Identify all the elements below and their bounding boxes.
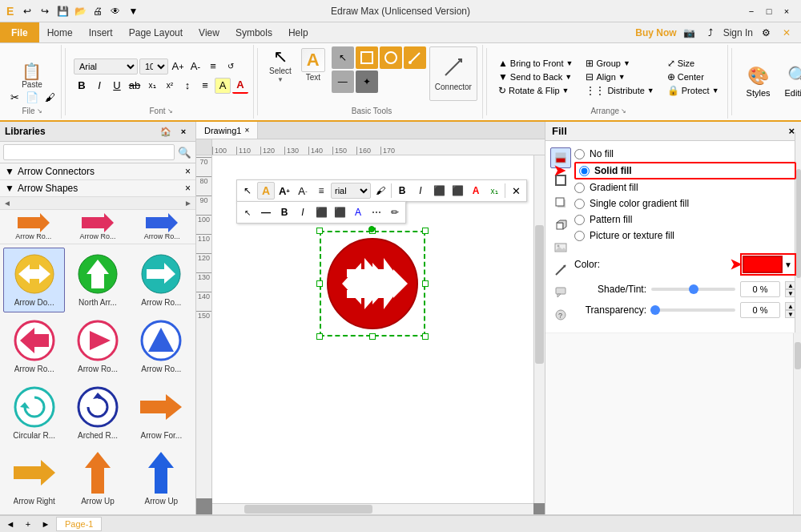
ft-font-select[interactable]: rial [331,183,371,199]
handle-bm[interactable] [369,333,376,340]
handle-tl[interactable] [316,228,323,234]
shape-arrow-play-pink[interactable]: Arrow Ro... [66,314,128,379]
shape-arrow-up-orange[interactable]: Arrow Up [66,446,128,511]
highlight-button[interactable]: A [215,78,231,94]
shape-arched-refresh[interactable]: Arched R... [66,381,128,445]
ft-grow-btn[interactable]: A+ [276,182,293,200]
shape-arrow-up-green[interactable]: North Arr... [66,248,128,312]
align-btn[interactable]: ⊟ Align ▼ [582,71,657,83]
shape-arrow-btn[interactable]: ↖ [332,46,354,69]
distribute-dropdown[interactable]: ▼ [647,87,654,95]
ft2-italic-btn[interactable]: I [294,204,312,221]
handle-br[interactable] [422,333,429,340]
send-to-back-dropdown[interactable]: ▼ [565,73,572,81]
protect-dropdown[interactable]: ▼ [712,87,719,95]
ft2-shape2-btn[interactable]: ⬛ [331,204,348,221]
canvas-tab-close[interactable]: × [244,126,249,135]
ft2-color2-btn[interactable]: A [349,204,367,221]
ft-select-btn[interactable]: ↖ [239,182,256,200]
page-next-btn[interactable]: ► [38,517,53,531]
fill-icon-shadow[interactable] [550,192,571,213]
decrease-font-button[interactable]: A- [187,58,203,75]
settings-icon[interactable]: ⚙ [758,25,774,41]
fill-option-gradient[interactable]: Gradient fill [574,179,796,195]
bold-button[interactable]: B [74,78,90,94]
shade-tint-track[interactable] [651,288,735,291]
cat2-close-icon[interactable]: × [185,183,191,194]
ft-text-btn[interactable]: A [257,182,275,200]
ft-paint-btn[interactable]: 🖌 [372,182,389,200]
shape-circle-btn[interactable] [380,46,402,69]
section-scroll-left[interactable]: ◄ [3,199,11,208]
fill-none-radio[interactable] [574,149,585,159]
rotate-flip-dropdown[interactable]: ▼ [562,87,570,95]
open-button[interactable]: 📂 [73,4,87,18]
ft2-more-btn[interactable]: ⋯ [368,204,385,221]
protect-btn[interactable]: 🔒 Protect ▼ [664,84,723,97]
save-button[interactable]: 💾 [55,4,70,18]
ft2-pencil-btn[interactable]: ✏ [386,204,404,221]
menu-page-layout[interactable]: Page Layout [121,22,191,42]
shape-arrow-forward-orange[interactable]: Arrow For... [131,381,192,445]
menu-help[interactable]: Help [280,22,316,42]
category-arrow-connectors[interactable]: ▼ Arrow Connectors × [0,163,195,180]
page-tab-1[interactable]: Page-1 [56,517,102,531]
ft-bold-btn[interactable]: B [393,182,411,200]
handle-tr[interactable] [422,228,429,234]
arrange-expand[interactable]: ↘ [621,107,626,115]
format-painter-button[interactable]: 🖌 [42,91,58,103]
shape-arrow-left-teal[interactable]: Arrow Ro... [131,248,192,312]
ft-align-btn[interactable]: ≡ [312,182,330,200]
line-spacing-button[interactable]: ↕ [179,78,195,94]
libraries-close-btn[interactable]: × [176,124,191,139]
ft-color-btn[interactable]: A [467,182,485,200]
color-preview-container[interactable]: ▼ [740,253,796,276]
styles-button[interactable]: 🎨 Styles [740,54,777,109]
shape-arrow-up-blue-triangle[interactable]: Arrow Ro... [131,314,192,379]
align-dropdown[interactable]: ▼ [618,73,626,81]
shape-arrow-right-pink-circle[interactable]: Arrow Ro... [3,314,65,379]
shape-pts-btn[interactable]: ✦ [356,71,378,93]
distribute-btn[interactable]: ⋮⋮ Distribute ▼ [582,84,657,97]
transparency-track[interactable] [651,308,735,312]
page-add-btn[interactable]: + [21,517,35,531]
close-button[interactable]: × [779,4,795,18]
fill-gradient-radio[interactable] [574,183,585,193]
menu-view[interactable]: View [191,22,227,42]
text-tool-group[interactable]: A Text [298,46,328,83]
fill-icon-3d[interactable] [550,215,571,236]
group-btn[interactable]: ⊞ Group ▼ [582,57,657,70]
scrollbar-vertical[interactable] [533,155,545,503]
cat-close-icon[interactable]: × [185,166,191,177]
ft-more1-btn[interactable]: ⬛ [430,182,448,200]
maximize-button[interactable]: □ [761,4,777,18]
handle-bl[interactable] [316,333,323,340]
ft-more2-btn[interactable]: ⬛ [449,182,466,200]
shape-circular-refresh[interactable]: Circular R... [3,381,65,445]
group-dropdown[interactable]: ▼ [623,59,630,67]
send-to-back-btn[interactable]: ▼ Send to Back ▼ [495,71,576,83]
fill-icon-connector[interactable] [550,260,571,280]
fill-icon-help[interactable]: ? [550,304,571,325]
ft2-dash-btn[interactable]: — [257,204,275,221]
ft-sub-btn[interactable]: x₁ [485,182,503,200]
shape-item-0[interactable]: Arrow Ro... [2,212,65,242]
shape-arrow-double-gold[interactable]: Arrow Do... [3,248,65,312]
copy-button[interactable]: 📄 [24,91,40,103]
camera-icon[interactable]: 📷 [682,25,698,41]
handle-mr[interactable] [422,280,429,287]
strikethrough-button[interactable]: ab [127,78,143,94]
font-size-select[interactable]: 10 [139,58,168,75]
connector-tool[interactable]: Connector [429,46,477,101]
center-btn[interactable]: ⊕ Center [664,71,723,83]
italic-button[interactable]: I [91,78,107,94]
rotation-handle[interactable] [368,226,375,232]
menu-file[interactable]: File [0,22,39,42]
libraries-search-input[interactable] [3,144,175,160]
fill-icon-comment[interactable] [550,282,571,303]
color-swatch-preview[interactable] [743,256,783,273]
fill-option-single-gradient[interactable]: Single color gradient fill [574,195,796,212]
shape-connector-btn[interactable] [404,46,426,69]
scrollbar-horizontal[interactable] [212,503,533,514]
file-group-expand[interactable]: ↘ [37,107,42,115]
